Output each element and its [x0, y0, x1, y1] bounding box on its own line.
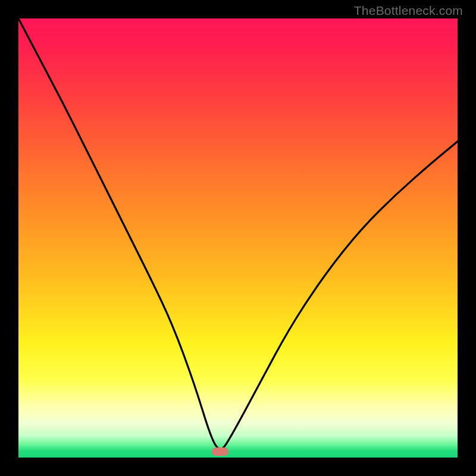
chart-frame: TheBottleneck.com: [0, 0, 476, 476]
attribution-text: TheBottleneck.com: [354, 4, 463, 18]
plot-area: [18, 18, 458, 458]
bottleneck-curve: [18, 18, 458, 458]
optimum-marker: [212, 447, 228, 456]
